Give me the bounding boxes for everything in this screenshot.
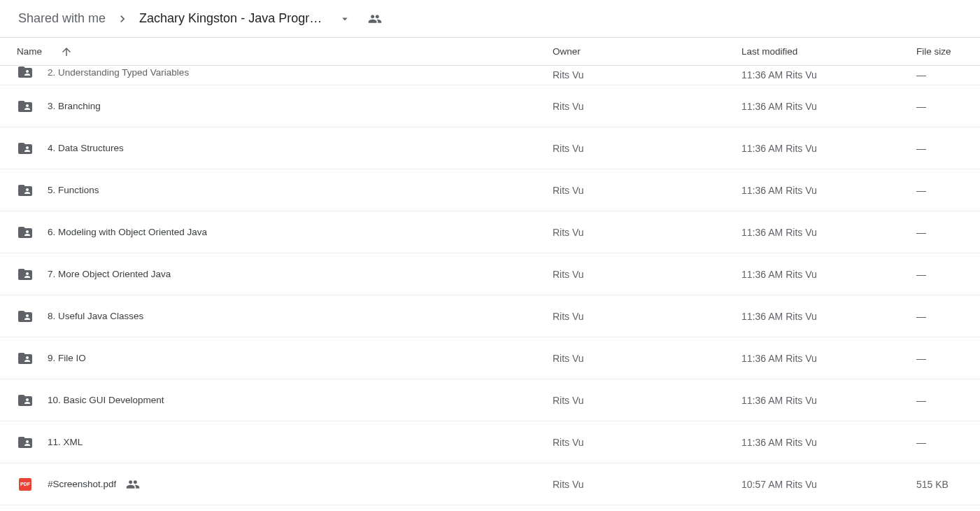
file-name-label: 4. Data Structures	[48, 143, 124, 153]
file-name-label: 10. Basic GUI Development	[48, 395, 164, 405]
file-modified-by: Rits Vu	[786, 437, 817, 448]
file-row[interactable]: 5. FunctionsRits Vu11:36 AMRits Vu—	[0, 169, 980, 211]
file-modified-time: 11:36 AM	[741, 185, 783, 196]
file-modified-by: Rits Vu	[786, 395, 817, 406]
file-row[interactable]: 4. Data StructuresRits Vu11:36 AMRits Vu…	[0, 127, 980, 169]
sort-ascending-icon	[60, 46, 73, 58]
file-size: —	[916, 227, 969, 238]
file-size: —	[916, 311, 969, 322]
file-modified-by: Rits Vu	[786, 353, 817, 364]
file-size: 515 KB	[916, 479, 969, 490]
chevron-right-icon	[115, 12, 129, 26]
file-size: —	[916, 437, 969, 448]
breadcrumb: Shared with me Zachary Kingston - Java P…	[0, 0, 980, 38]
file-modified-by: Rits Vu	[786, 185, 817, 196]
breadcrumb-parent[interactable]: Shared with me	[14, 8, 110, 29]
file-modified: 11:36 AMRits Vu	[741, 69, 916, 80]
file-row[interactable]: 8. Useful Java ClassesRits Vu11:36 AMRit…	[0, 295, 980, 337]
file-modified-time: 11:36 AM	[741, 395, 783, 406]
file-name-cell: 3. Branching	[17, 98, 553, 115]
file-name-label: 8. Useful Java Classes	[48, 311, 143, 321]
folder-shared-icon	[17, 392, 34, 409]
file-name-cell: 6. Modeling with Object Oriented Java	[17, 224, 553, 241]
file-owner: Rits Vu	[553, 143, 741, 154]
file-row[interactable]: 9. File IORits Vu11:36 AMRits Vu—	[0, 337, 980, 379]
file-name-cell: 8. Useful Java Classes	[17, 308, 553, 325]
file-modified: 11:36 AMRits Vu	[741, 269, 916, 280]
pdf-icon: PDF	[19, 478, 31, 491]
file-size: —	[916, 269, 969, 280]
file-name-label: 3. Branching	[48, 101, 101, 111]
file-name-cell: 10. Basic GUI Development	[17, 392, 553, 409]
file-size: —	[916, 185, 969, 196]
file-name-label: 9. File IO	[48, 353, 86, 363]
file-size: —	[916, 353, 969, 364]
file-size: —	[916, 69, 969, 80]
file-owner: Rits Vu	[553, 479, 741, 490]
file-modified-time: 11:36 AM	[741, 101, 783, 112]
file-row[interactable]: 2. Understanding Typed VariablesRits Vu1…	[0, 66, 980, 85]
file-modified-by: Rits Vu	[786, 143, 817, 154]
folder-shared-icon	[17, 434, 34, 451]
file-name-label: #Screenshot.pdf	[48, 479, 116, 489]
file-modified-by: Rits Vu	[786, 69, 817, 80]
file-modified-time: 11:36 AM	[741, 269, 783, 280]
file-modified-time: 11:36 AM	[741, 353, 783, 364]
file-name-cell: 9. File IO	[17, 350, 553, 367]
file-size: —	[916, 101, 969, 112]
breadcrumb-current[interactable]: Zachary Kingston - Java Progr…	[135, 8, 326, 29]
file-modified: 11:36 AMRits Vu	[741, 101, 916, 112]
file-size: —	[916, 143, 969, 154]
file-name-cell: 7. More Object Oriented Java	[17, 266, 553, 283]
file-owner: Rits Vu	[553, 101, 741, 112]
file-row[interactable]: 6. Modeling with Object Oriented JavaRit…	[0, 211, 980, 253]
folder-shared-icon	[17, 224, 34, 241]
folder-shared-icon	[17, 98, 34, 115]
file-owner: Rits Vu	[553, 69, 741, 80]
folder-shared-icon	[17, 140, 34, 157]
file-owner: Rits Vu	[553, 269, 741, 280]
file-modified: 11:36 AMRits Vu	[741, 437, 916, 448]
column-header-name-label: Name	[17, 46, 42, 57]
folder-shared-icon	[17, 66, 34, 80]
column-header-row: Name Owner Last modified File size	[0, 38, 980, 66]
file-name-label: 5. Functions	[48, 185, 99, 195]
file-row[interactable]: 10. Basic GUI DevelopmentRits Vu11:36 AM…	[0, 379, 980, 421]
file-modified-time: 11:36 AM	[741, 311, 783, 322]
file-name-cell: 11. XML	[17, 434, 553, 451]
file-owner: Rits Vu	[553, 311, 741, 322]
file-owner: Rits Vu	[553, 227, 741, 238]
file-list: 2. Understanding Typed VariablesRits Vu1…	[0, 66, 980, 505]
column-header-modified[interactable]: Last modified	[741, 46, 916, 57]
dropdown-arrow-icon[interactable]	[339, 13, 351, 25]
file-owner: Rits Vu	[553, 395, 741, 406]
file-row[interactable]: 7. More Object Oriented JavaRits Vu11:36…	[0, 253, 980, 295]
column-header-owner[interactable]: Owner	[553, 46, 741, 57]
file-name-cell: 2. Understanding Typed Variables	[17, 66, 553, 80]
file-modified: 11:36 AMRits Vu	[741, 353, 916, 364]
file-modified-by: Rits Vu	[786, 101, 817, 112]
file-modified-by: Rits Vu	[786, 269, 817, 280]
people-icon[interactable]	[368, 12, 382, 26]
file-name-label: 11. XML	[48, 437, 83, 447]
file-modified: 11:36 AMRits Vu	[741, 185, 916, 196]
file-modified-time: 11:36 AM	[741, 437, 783, 448]
folder-shared-icon	[17, 182, 34, 199]
file-name-label: 2. Understanding Typed Variables	[48, 67, 189, 78]
column-header-name[interactable]: Name	[17, 46, 553, 58]
column-header-size[interactable]: File size	[916, 46, 969, 57]
file-modified: 11:36 AMRits Vu	[741, 395, 916, 406]
file-row[interactable]: PDF#Screenshot.pdfRits Vu10:57 AMRits Vu…	[0, 463, 980, 505]
file-row[interactable]: 11. XMLRits Vu11:36 AMRits Vu—	[0, 421, 980, 463]
file-owner: Rits Vu	[553, 437, 741, 448]
file-modified-time: 11:36 AM	[741, 143, 783, 154]
file-modified: 11:36 AMRits Vu	[741, 143, 916, 154]
file-size: —	[916, 395, 969, 406]
file-modified-time: 11:36 AM	[741, 227, 783, 238]
file-row[interactable]: 3. BranchingRits Vu11:36 AMRits Vu—	[0, 85, 980, 127]
file-name-label: 6. Modeling with Object Oriented Java	[48, 227, 207, 237]
file-modified-by: Rits Vu	[786, 227, 817, 238]
file-modified-time: 10:57 AM	[741, 479, 783, 490]
file-modified: 11:36 AMRits Vu	[741, 311, 916, 322]
file-modified-time: 11:36 AM	[741, 69, 783, 80]
